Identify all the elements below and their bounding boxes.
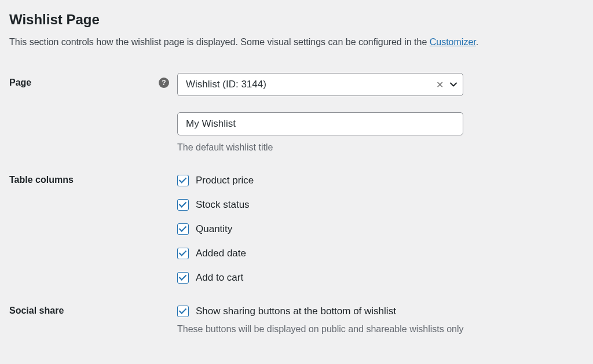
table-column-option: Add to cart bbox=[177, 272, 463, 284]
field-col-table-columns: Product priceStock statusQuantityAdded d… bbox=[177, 175, 463, 284]
social-share-label: Social share bbox=[9, 306, 64, 316]
social-share-description: These buttons will be displayed on publi… bbox=[177, 324, 584, 334]
page-select-value: Wishlist (ID: 3144) bbox=[186, 79, 266, 90]
help-icon[interactable]: ? bbox=[159, 78, 169, 88]
table-columns-list: Product priceStock statusQuantityAdded d… bbox=[177, 175, 463, 284]
field-col-page: Wishlist (ID: 3144) ✕ bbox=[177, 73, 463, 96]
table-column-checkbox[interactable] bbox=[177, 199, 189, 211]
intro-text-before: This section controls how the wishlist p… bbox=[9, 37, 430, 47]
table-column-checkbox[interactable] bbox=[177, 223, 189, 235]
row-table-columns: Table columns Product priceStock statusQ… bbox=[9, 175, 584, 284]
table-column-option: Stock status bbox=[177, 199, 463, 211]
table-column-checkbox[interactable] bbox=[177, 248, 189, 259]
table-column-option: Added date bbox=[177, 248, 463, 259]
table-columns-label: Table columns bbox=[9, 175, 74, 185]
label-col-page: Page ? bbox=[9, 73, 177, 88]
table-column-option-label[interactable]: Stock status bbox=[196, 199, 250, 211]
label-col-table-columns: Table columns bbox=[9, 175, 177, 185]
section-intro: This section controls how the wishlist p… bbox=[9, 37, 584, 47]
label-col-title-empty bbox=[9, 112, 177, 117]
label-col-social-share: Social share bbox=[9, 306, 177, 316]
table-column-option-label[interactable]: Quantity bbox=[196, 223, 232, 235]
row-title: The default wishlist title bbox=[9, 112, 584, 153]
row-page: Page ? Wishlist (ID: 3144) ✕ bbox=[9, 73, 584, 96]
field-col-title: The default wishlist title bbox=[177, 112, 463, 153]
customizer-link[interactable]: Customizer bbox=[430, 37, 476, 47]
row-social-share: Social share Show sharing buttons at the… bbox=[9, 306, 584, 334]
wishlist-title-input[interactable] bbox=[177, 112, 463, 135]
chevron-down-icon[interactable] bbox=[449, 80, 458, 89]
table-column-option: Quantity bbox=[177, 223, 463, 235]
page-select[interactable]: Wishlist (ID: 3144) ✕ bbox=[177, 73, 463, 96]
table-column-option-label[interactable]: Product price bbox=[196, 175, 254, 186]
wishlist-title-description: The default wishlist title bbox=[177, 142, 463, 153]
clear-icon[interactable]: ✕ bbox=[434, 78, 445, 91]
table-column-option-label[interactable]: Add to cart bbox=[196, 272, 243, 284]
field-col-social-share: Show sharing buttons at the bottom of wi… bbox=[177, 306, 584, 334]
social-share-checkbox[interactable] bbox=[177, 306, 189, 317]
intro-text-after: . bbox=[476, 37, 478, 47]
table-column-checkbox[interactable] bbox=[177, 272, 189, 284]
section-heading: Wishlist Page bbox=[9, 12, 584, 28]
page-select-actions: ✕ bbox=[434, 73, 458, 95]
page-label: Page bbox=[9, 78, 31, 88]
table-column-checkbox[interactable] bbox=[177, 175, 189, 186]
table-column-option-label[interactable]: Added date bbox=[196, 248, 246, 259]
social-share-option-label[interactable]: Show sharing buttons at the bottom of wi… bbox=[196, 306, 396, 317]
social-share-option: Show sharing buttons at the bottom of wi… bbox=[177, 306, 584, 317]
table-column-option: Product price bbox=[177, 175, 463, 186]
